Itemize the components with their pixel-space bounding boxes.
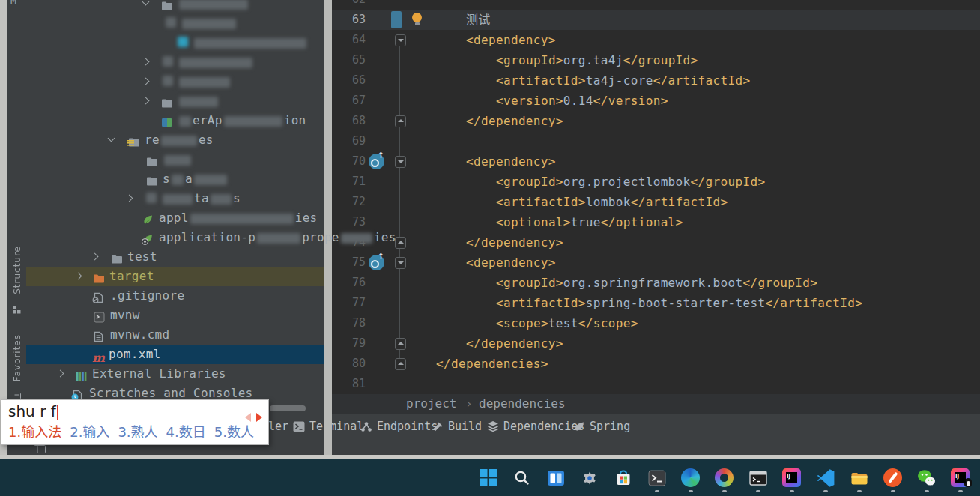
tree-item-ta[interactable]: tas [26, 189, 324, 208]
fold-close-icon[interactable] [395, 237, 406, 249]
label-text: Scratches and Consoles [89, 386, 253, 400]
line-number[interactable]: 64 [333, 30, 366, 50]
ime-candidate-1[interactable]: 1.输入法 [8, 424, 61, 440]
line-number[interactable]: 67 [333, 91, 366, 111]
taskbar-vscode-icon[interactable] [815, 462, 835, 494]
chevron-right-icon[interactable] [143, 98, 149, 104]
running-indicator [722, 490, 727, 492]
breadcrumb-project[interactable]: project [406, 394, 456, 414]
tree-item-external-libraries[interactable]: External Libraries [26, 364, 324, 384]
tree-item-application-p[interactable]: application-ppropeies [26, 228, 324, 247]
fold-open-icon[interactable] [395, 34, 406, 46]
taskbar-settings-icon[interactable] [579, 462, 599, 494]
ime-candidate-2[interactable]: 2.输入 [70, 424, 109, 440]
ime-candidate-4[interactable]: 4.数日 [166, 424, 206, 440]
tree-item-redacted-0[interactable] [26, 0, 324, 13]
tree-item-redacted-2[interactable] [26, 33, 324, 52]
line-number[interactable]: 71 [333, 172, 366, 192]
maven-update-gutter-icon[interactable] [369, 154, 384, 169]
taskbar-orange-pen-app-icon[interactable] [883, 462, 903, 494]
ime-next-page-icon[interactable] [256, 413, 262, 422]
taskbar-wechat-icon[interactable] [916, 462, 937, 494]
taskbar-windows-terminal-icon[interactable] [647, 462, 667, 494]
label-text: s [233, 191, 241, 205]
tool-stripe-favorites-button[interactable]: Favorites [7, 334, 26, 387]
taskbar-edge-icon[interactable] [680, 462, 701, 494]
tree-horizontal-scrollbar[interactable] [270, 405, 306, 411]
chevron-right-icon[interactable] [143, 79, 149, 85]
code-text: <groupId>org.springframework.boot</group… [496, 273, 817, 293]
tree-item-mvnw[interactable]: mvnw [26, 306, 324, 325]
fold-close-icon[interactable] [395, 358, 406, 370]
tree-item-appl[interactable]: applies [26, 208, 324, 228]
tree-item-s[interactable]: sa [26, 169, 324, 189]
tree-item-target[interactable]: target [26, 267, 324, 286]
toolbar-item-build[interactable]: Build [432, 414, 482, 438]
tree-item-redacted-1[interactable] [26, 13, 324, 33]
tree-item-redacted-5[interactable] [26, 91, 324, 111]
taskbar-task-view-icon[interactable] [545, 462, 566, 494]
line-number[interactable]: 76 [333, 273, 366, 293]
intention-bulb-icon[interactable] [411, 13, 423, 27]
tree-item-re[interactable]: rees [26, 130, 324, 150]
breadcrumb-dependencies[interactable]: dependencies [479, 394, 566, 414]
line-number[interactable]: 70 [333, 151, 366, 172]
ime-composition[interactable]: shu r f [8, 402, 56, 420]
chevron-down-icon[interactable] [109, 137, 115, 143]
tree-item-erap[interactable]: erApion [26, 111, 324, 130]
chevron-right-icon[interactable] [92, 254, 98, 260]
fold-open-icon[interactable] [395, 257, 406, 269]
taskbar-microsoft-store-icon[interactable] [613, 462, 633, 494]
line-number[interactable]: 66 [333, 70, 366, 91]
taskbar-cmd-icon[interactable] [748, 462, 768, 494]
ime-candidate-3[interactable]: 3.熟人 [118, 424, 157, 440]
toolbar-item-endpoints[interactable]: Endpoints [360, 414, 438, 438]
chevron-down-icon[interactable] [143, 1, 149, 7]
breadcrumb-separator-icon: › [465, 394, 473, 414]
tree-item-redacted-3[interactable] [26, 52, 324, 72]
taskbar-intellij-idea-icon[interactable] [781, 462, 802, 494]
tree-item-test[interactable]: test [26, 247, 324, 267]
line-number[interactable]: 62 [333, 0, 366, 10]
fold-open-icon[interactable] [395, 156, 406, 168]
tree-item-redacted-4[interactable] [26, 72, 324, 91]
line-number[interactable]: 75 [333, 252, 366, 273]
code-text: <artifactId>lombok</artifactId> [496, 192, 728, 212]
tree-item-.gitignore[interactable]: .gitignore [26, 286, 324, 306]
taskbar-navicat-icon[interactable] [714, 462, 734, 494]
line-number[interactable]: 72 [333, 192, 366, 212]
toolbar-item-dependencies[interactable]: Dependencies [487, 414, 584, 438]
taskbar-windows-search-icon[interactable] [512, 462, 532, 494]
chevron-right-icon[interactable] [58, 371, 64, 377]
code-editor[interactable]: 6263测试64<dependency>65<groupId>org.ta4j<… [332, 0, 980, 394]
blur-teal-icon [176, 37, 189, 49]
toolbar-item-label: Endpoints [377, 420, 438, 433]
chevron-right-icon[interactable] [127, 196, 133, 202]
tool-stripe-structure-button[interactable]: Structure [7, 246, 26, 300]
ime-prev-page-icon[interactable] [245, 413, 251, 422]
tree-item-mvnw.cmd[interactable]: mvnw.cmd [26, 325, 324, 345]
line-number[interactable]: 65 [333, 50, 366, 70]
chevron-right-icon[interactable] [76, 273, 82, 279]
line-number[interactable]: 81 [333, 374, 366, 394]
line-number[interactable]: 77 [333, 293, 366, 313]
fold-close-icon[interactable] [395, 338, 406, 350]
tree-item-redacted-8[interactable] [26, 150, 324, 169]
taskbar-windows-start-icon[interactable] [478, 462, 498, 494]
code-segment: test [548, 316, 578, 330]
taskbar-file-explorer-icon[interactable] [849, 462, 869, 494]
line-number[interactable]: 80 [333, 354, 366, 374]
fold-close-icon[interactable] [395, 115, 406, 127]
maven-update-gutter-icon[interactable] [369, 255, 384, 270]
line-number[interactable]: 79 [333, 333, 366, 354]
line-number[interactable]: 68 [333, 111, 366, 131]
chevron-right-icon[interactable] [143, 59, 149, 65]
toolbar-item-ler[interactable]: ler [268, 414, 288, 438]
line-number[interactable]: 78 [333, 313, 366, 333]
tree-item-pom.xml[interactable]: mpom.xml [26, 345, 324, 364]
code-line-72: 72<artifactId>lombok</artifactId> [332, 192, 980, 212]
line-number[interactable]: 69 [333, 131, 366, 151]
line-number[interactable]: 63 [333, 10, 366, 30]
taskbar-intellij-idea-linux-icon[interactable] [950, 462, 970, 494]
toolbar-item-spring[interactable]: Spring [573, 414, 630, 438]
